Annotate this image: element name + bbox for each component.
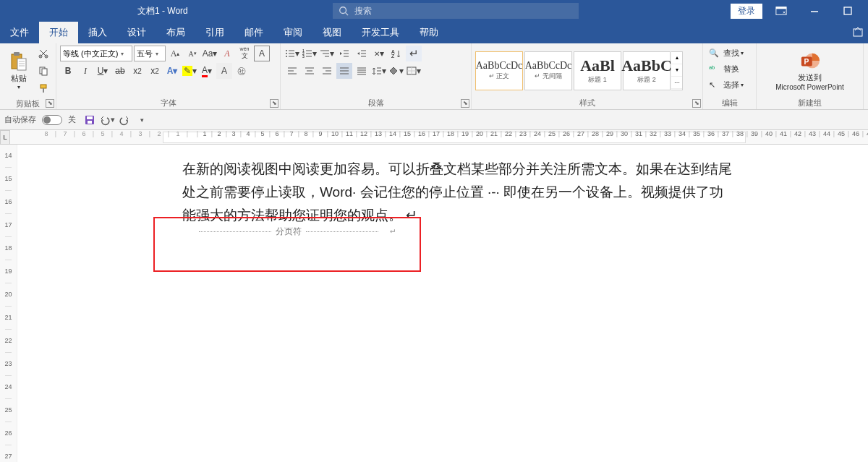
char-shading-button[interactable]: A bbox=[216, 63, 232, 79]
change-case-button[interactable]: Aa▾ bbox=[202, 46, 218, 61]
asian-text-button[interactable]: ✕▾ bbox=[371, 46, 387, 61]
svg-point-21 bbox=[286, 50, 287, 51]
replace-button[interactable]: ᵃᵇ替换 bbox=[706, 61, 753, 77]
font-color-button[interactable]: A▾ bbox=[199, 63, 215, 79]
tab-selector[interactable]: L bbox=[0, 130, 10, 145]
svg-text:Z: Z bbox=[391, 54, 395, 58]
horizontal-ruler[interactable]: L 8|7|6|5|4|3|2|1||1|2|3|4|5|6|7|8|9|10|… bbox=[0, 130, 868, 145]
tab-developer[interactable]: 开发工具 bbox=[352, 22, 409, 43]
style-heading2[interactable]: AaBbC标题 2 bbox=[623, 51, 671, 90]
paragraph-dialog-launcher[interactable]: ⬊ bbox=[461, 99, 469, 108]
tab-insert[interactable]: 插入 bbox=[78, 22, 117, 43]
replace-icon: ᵃᵇ bbox=[709, 64, 720, 74]
title-bar: 文档1 - Word 搜索 登录 bbox=[0, 0, 868, 22]
style-normal[interactable]: AaBbCcDc↵ 正文 bbox=[475, 51, 523, 90]
svg-rect-71 bbox=[88, 121, 92, 124]
underline-button[interactable]: U▾ bbox=[95, 63, 111, 79]
paste-icon bbox=[9, 51, 29, 72]
find-button[interactable]: 🔍查找▾ bbox=[706, 45, 753, 61]
multilevel-list-button[interactable]: ▾ bbox=[319, 46, 335, 61]
select-icon: ↖ bbox=[709, 80, 720, 90]
tab-mailings[interactable]: 邮件 bbox=[234, 22, 273, 43]
tab-layout[interactable]: 布局 bbox=[156, 22, 195, 43]
undo-button[interactable]: ▾ bbox=[99, 112, 115, 128]
tab-home[interactable]: 开始 bbox=[39, 22, 78, 43]
select-button[interactable]: ↖选择▾ bbox=[706, 77, 753, 93]
align-right-button[interactable] bbox=[319, 63, 335, 79]
ribbon-tabs: 文件 开始 插入 设计 布局 引用 邮件 审阅 视图 开发工具 帮助 bbox=[0, 22, 868, 43]
search-box[interactable]: 搜索 bbox=[333, 3, 579, 19]
editing-group: 🔍查找▾ ᵃᵇ替换 ↖选择▾ 编辑 bbox=[703, 43, 757, 109]
tab-references[interactable]: 引用 bbox=[195, 22, 234, 43]
grow-font-button[interactable]: A▴ bbox=[167, 46, 183, 61]
qat-bar: 自动保存 关 ▾ ▾ bbox=[0, 110, 868, 130]
shading-button[interactable]: ▾ bbox=[388, 63, 404, 79]
align-left-button[interactable] bbox=[284, 63, 300, 79]
tab-design[interactable]: 设计 bbox=[117, 22, 156, 43]
format-painter-button[interactable] bbox=[35, 80, 51, 96]
page[interactable]: 在新的阅读视图中阅读更加容易。可以折叠文档某些部分并关注所需文本。如果在达到结尾… bbox=[17, 145, 868, 462]
autosave-state: 关 bbox=[68, 114, 76, 125]
svg-rect-7 bbox=[844, 7, 851, 14]
clear-format-button[interactable]: A bbox=[219, 46, 235, 61]
font-size-combo[interactable]: 五号▾ bbox=[134, 46, 166, 61]
tab-file[interactable]: 文件 bbox=[0, 22, 39, 43]
style-heading1[interactable]: AaBl标题 1 bbox=[574, 51, 621, 90]
styles-scroll[interactable]: ▴▾⋯ bbox=[671, 51, 683, 90]
ribbon-display-options-button[interactable] bbox=[767, 0, 796, 22]
svg-rect-10 bbox=[14, 52, 20, 56]
svg-rect-3 bbox=[776, 7, 786, 9]
svg-rect-19 bbox=[41, 85, 46, 88]
decrease-indent-button[interactable] bbox=[336, 46, 352, 61]
strikethrough-button[interactable]: ab bbox=[112, 63, 128, 79]
sort-button[interactable]: AZ bbox=[388, 46, 404, 61]
subscript-button[interactable]: x2 bbox=[129, 63, 145, 79]
redo-button[interactable] bbox=[116, 112, 132, 128]
styles-dialog-launcher[interactable]: ⬊ bbox=[692, 99, 701, 108]
qat-customize[interactable]: ▾ bbox=[134, 112, 150, 128]
font-family-combo[interactable]: 等线 (中文正文)▾ bbox=[60, 46, 132, 61]
search-icon bbox=[339, 6, 349, 16]
cut-button[interactable] bbox=[35, 46, 51, 61]
tab-view[interactable]: 视图 bbox=[312, 22, 352, 43]
paste-button[interactable]: 粘贴 ▾ bbox=[3, 47, 35, 95]
align-distribute-button[interactable] bbox=[354, 63, 370, 79]
char-border-button[interactable]: A bbox=[254, 46, 270, 61]
text-effects-button[interactable]: A▾ bbox=[164, 63, 180, 79]
shrink-font-button[interactable]: A▾ bbox=[184, 46, 200, 61]
save-button[interactable] bbox=[82, 112, 98, 128]
font-group: 等线 (中文正文)▾ 五号▾ A▴ A▾ Aa▾ A wén文 A B I U▾… bbox=[56, 43, 281, 109]
bullets-button[interactable]: ▾ bbox=[284, 46, 300, 61]
bold-button[interactable]: B bbox=[60, 63, 76, 79]
tab-review[interactable]: 审阅 bbox=[273, 22, 312, 43]
document-area: 14—15—16—17—18—19—20—21—22—23—24—25—26—2… bbox=[0, 145, 868, 462]
increase-indent-button[interactable] bbox=[354, 46, 370, 61]
borders-button[interactable]: ▾ bbox=[406, 63, 422, 79]
autosave-label: 自动保存 bbox=[4, 114, 36, 125]
vertical-ruler[interactable]: 14—15—16—17—18—19—20—21—22—23—24—25—26—2… bbox=[0, 145, 17, 462]
tab-help[interactable]: 帮助 bbox=[409, 22, 448, 43]
style-nospace[interactable]: AaBbCcDc↵ 无间隔 bbox=[524, 51, 572, 90]
align-center-button[interactable] bbox=[302, 63, 318, 79]
font-dialog-launcher[interactable]: ⬊ bbox=[270, 99, 278, 108]
login-button[interactable]: 登录 bbox=[731, 4, 762, 19]
highlight-button[interactable]: ✎▾ bbox=[182, 63, 197, 79]
clipboard-dialog-launcher[interactable]: ⬊ bbox=[46, 99, 54, 108]
align-justify-button[interactable] bbox=[336, 63, 352, 79]
copy-button[interactable] bbox=[35, 63, 51, 79]
show-marks-button[interactable]: ↵ bbox=[406, 46, 422, 61]
powerpoint-icon: P bbox=[800, 51, 820, 71]
enclose-char-button[interactable]: ㊓ bbox=[234, 63, 250, 79]
share-button[interactable] bbox=[852, 26, 864, 38]
svg-text:P: P bbox=[804, 57, 809, 65]
italic-button[interactable]: I bbox=[77, 63, 93, 79]
autosave-toggle[interactable] bbox=[42, 115, 62, 125]
svg-rect-20 bbox=[43, 88, 44, 93]
maximize-button[interactable] bbox=[833, 0, 862, 22]
superscript-button[interactable]: x2 bbox=[147, 63, 163, 79]
numbering-button[interactable]: 123▾ bbox=[302, 46, 318, 61]
phonetic-guide-button[interactable]: wén文 bbox=[237, 46, 252, 61]
line-spacing-button[interactable]: ▾ bbox=[371, 63, 387, 79]
minimize-button[interactable] bbox=[800, 0, 829, 22]
send-to-powerpoint-button[interactable]: P 发送到 Microsoft PowerPoint bbox=[763, 47, 857, 95]
